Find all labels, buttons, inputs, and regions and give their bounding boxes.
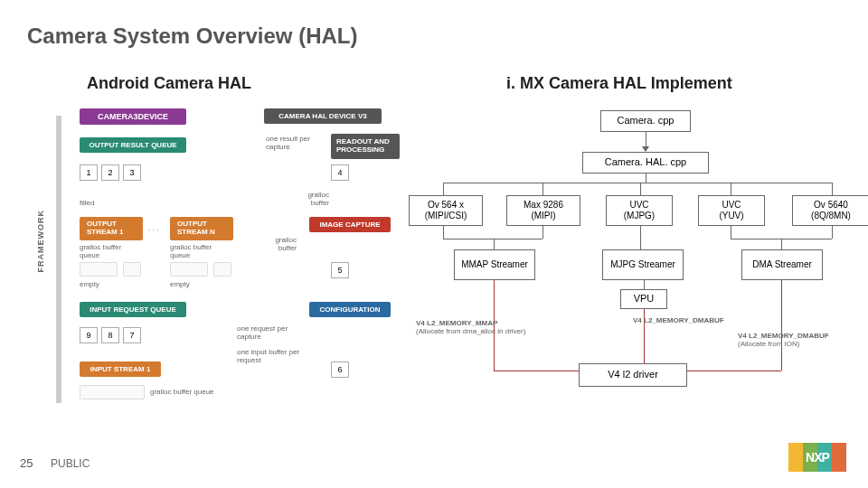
image-capture-label: IMAGE CAPTURE [309, 217, 391, 232]
connector [781, 280, 782, 371]
connector [832, 226, 833, 239]
ellipsis-label: . . . [148, 224, 158, 232]
sensor-max9286-box: Max 9286(MIPI) [506, 195, 580, 226]
dma-streamer-box: DMA Streamer [741, 249, 823, 280]
connector [443, 239, 542, 239]
right-diagram: Camera. cpp Camera. HAL. cpp Ov 564 x(MI… [416, 101, 859, 418]
cell-2: 2 [101, 164, 119, 181]
mmap-streamer-box: MMAP Streamer [454, 249, 535, 280]
left-diagram: FRAMEWORK CAMERA3DEVICE CAMERA HAL DEVIC… [29, 101, 418, 418]
camera-hal-device-v3-label: CAMERA HAL DEVICE V3 [264, 108, 382, 124]
connector [731, 226, 731, 239]
sensor-uvc-mjpg-box: UVC(MJPG) [606, 195, 673, 226]
gralloc-buffer-mid-label: gralloc buffer [264, 237, 297, 253]
connector [640, 226, 641, 249]
v4l2-memory-mmap-label: V4 L2_MEMORY_MMAP(Allocate from dma_allo… [416, 320, 570, 336]
framework-bar [56, 116, 61, 403]
output-result-queue-label: OUTPUT RESULT QUEUE [80, 137, 186, 153]
cell-3: 3 [123, 164, 141, 181]
cell-5: 5 [331, 262, 349, 278]
empty-label-1: empty [80, 280, 99, 288]
v4l2-driver-box: V4 l2 driver [579, 363, 687, 387]
connector [542, 226, 543, 239]
page-title: Camera System Overview (HAL) [27, 23, 357, 49]
ghost-box [80, 385, 145, 399]
camera-cpp-box: Camera. cpp [600, 110, 691, 132]
cell-9: 9 [80, 327, 98, 343]
ghost-box [80, 262, 118, 277]
gralloc-buffer-queue-2-label: gralloc buffer queue [170, 244, 224, 260]
configuration-label: CONFIGURATION [309, 302, 391, 317]
connector [644, 280, 645, 289]
page-number: 25 [20, 456, 33, 470]
sensor-ov564x-box: Ov 564 x(MIPI/CSI) [409, 195, 483, 226]
v4l2-memory-dmabuf1-label: V4 L2_MEMORY_DMABUF [633, 316, 750, 324]
ghost-box [213, 262, 231, 277]
camera3device-label: CAMERA3DEVICE [80, 108, 186, 125]
public-label: PUBLIC [51, 457, 90, 470]
camera-hal-cpp-box: Camera. HAL. cpp [582, 152, 709, 174]
cell-4: 4 [331, 164, 349, 181]
ghost-box [170, 262, 208, 277]
left-column-title: Android Camera HAL [87, 74, 251, 93]
connector [494, 239, 495, 249]
framework-label: FRAMEWORK [36, 210, 45, 273]
sensor-ov5640-box: Ov 5640(8Q/8MN) [792, 195, 868, 226]
connector [731, 183, 731, 195]
ghost-box [123, 262, 141, 277]
cell-6: 6 [331, 361, 349, 378]
output-stream-n-label: OUTPUT STREAM N [170, 217, 233, 240]
connector [443, 226, 444, 239]
connector [832, 183, 833, 195]
input-stream-1-label: INPUT STREAM 1 [80, 361, 161, 377]
one-input-buffer-per-request-label: one input buffer per request [237, 349, 311, 365]
connector [443, 183, 444, 195]
gralloc-buffer-queue-bottom-label: gralloc buffer queue [150, 389, 222, 397]
one-request-per-capture-label: one request per capture [237, 325, 302, 342]
filled-label: filled [80, 199, 94, 207]
mjpg-streamer-box: MJPG Streamer [602, 249, 684, 280]
right-column-title: i. MX Camera HAL Implement [506, 74, 732, 93]
connector [646, 174, 646, 183]
vpu-box: VPU [620, 289, 667, 309]
gralloc-buffer-queue-1-label: gralloc buffer queue [80, 244, 134, 260]
sensor-uvc-yuv-box: UVC(YUV) [698, 195, 765, 226]
one-result-per-capture-label: one result per capture [266, 136, 329, 152]
v4l2-memory-dmabuf2-label: V4 L2_MEMORY_DMABUF(Allocate from ION) [738, 333, 855, 349]
cell-1: 1 [80, 164, 98, 181]
input-request-queue-label: INPUT REQUEST QUEUE [80, 302, 186, 317]
connector [542, 183, 543, 195]
gralloc-buffer-top-label: gralloc buffer [297, 192, 329, 208]
connector [443, 183, 832, 183]
cell-7: 7 [123, 327, 141, 343]
nxp-logo: NXP [788, 443, 846, 472]
connector [640, 183, 641, 195]
readout-and-processing-label: READOUT AND PROCESSING [331, 134, 400, 159]
connector [781, 239, 782, 249]
empty-label-2: empty [170, 280, 190, 288]
output-stream-1-label: OUTPUT STREAM 1 [80, 217, 143, 240]
cell-8: 8 [101, 327, 119, 343]
